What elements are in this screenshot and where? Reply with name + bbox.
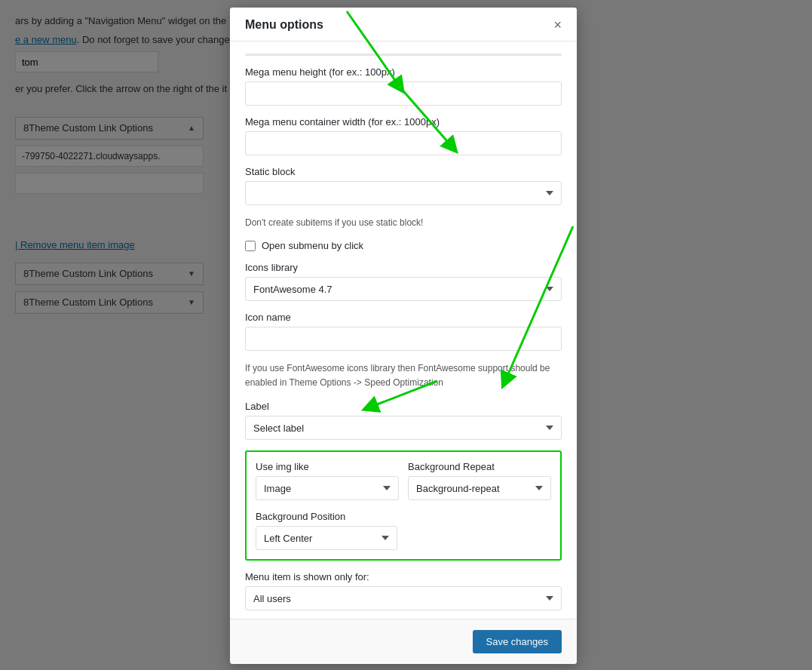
static-block-group: Static block bbox=[245, 166, 562, 205]
bg-repeat-label: Background Repeat bbox=[408, 461, 551, 472]
use-img-select[interactable]: Image Background bbox=[256, 476, 399, 500]
static-block-select[interactable] bbox=[245, 181, 562, 205]
icons-library-label: Icons library bbox=[245, 262, 562, 273]
bg-repeat-select[interactable]: Background-repeat no-repeat repeat repea… bbox=[408, 476, 551, 500]
img-repeat-row: Use img like Image Background Background… bbox=[256, 461, 551, 500]
modal-title: Menu options bbox=[245, 18, 323, 32]
image-settings-box: Use img like Image Background Background… bbox=[245, 450, 562, 561]
bg-repeat-col: Background Repeat Background-repeat no-r… bbox=[408, 461, 551, 500]
open-submenu-row: Open submenu by click bbox=[245, 240, 562, 251]
mega-height-group: Mega menu height (for ex.: 100px) bbox=[245, 66, 562, 106]
icons-library-select[interactable]: FontAwesome 4.7 FontAwesome 5 None bbox=[245, 277, 562, 301]
shown-for-select[interactable]: All users Logged in users Logged out use… bbox=[245, 586, 562, 610]
open-submenu-checkbox[interactable] bbox=[245, 241, 256, 251]
mega-width-input[interactable] bbox=[245, 131, 562, 155]
use-img-label: Use img like bbox=[256, 461, 399, 472]
icon-info-text: If you use FontAwesome icons library the… bbox=[245, 361, 562, 390]
modal-body: Mega menu height (for ex.: 100px) Mega m… bbox=[230, 41, 577, 619]
icons-library-group: Icons library FontAwesome 4.7 FontAwesom… bbox=[245, 262, 562, 301]
label-select[interactable]: Select label New Hot Sale bbox=[245, 416, 562, 440]
static-block-label: Static block bbox=[245, 166, 562, 177]
use-img-col: Use img like Image Background bbox=[256, 461, 399, 500]
close-button[interactable]: × bbox=[553, 18, 562, 32]
modal-header: Menu options × bbox=[230, 8, 577, 41]
mega-height-label: Mega menu height (for ex.: 100px) bbox=[245, 66, 562, 78]
label-field-label: Label bbox=[245, 401, 562, 412]
open-submenu-label[interactable]: Open submenu by click bbox=[262, 240, 363, 251]
shown-for-group: Menu item is shown only for: All users L… bbox=[245, 571, 562, 610]
bg-position-group: Background Position Left Center Left Top… bbox=[256, 511, 551, 550]
icon-name-label: Icon name bbox=[245, 312, 562, 323]
mega-height-input[interactable] bbox=[245, 81, 562, 106]
label-group: Label Select label New Hot Sale bbox=[245, 401, 562, 440]
mega-width-group: Mega menu container width (for ex.: 1000… bbox=[245, 116, 562, 155]
bg-position-select[interactable]: Left Center Left Top Left Bottom Right C… bbox=[256, 526, 397, 550]
menu-options-modal: Menu options × Mega menu height (for ex.… bbox=[230, 8, 577, 664]
shown-for-label: Menu item is shown only for: bbox=[245, 571, 562, 582]
icon-name-input[interactable] bbox=[245, 327, 562, 351]
static-block-notice: Don't create subitems if you use static … bbox=[245, 216, 562, 229]
top-divider bbox=[245, 54, 562, 56]
mega-width-label: Mega menu container width (for ex.: 1000… bbox=[245, 116, 562, 128]
bg-position-label: Background Position bbox=[256, 511, 551, 522]
icon-name-group: Icon name bbox=[245, 312, 562, 351]
save-changes-button[interactable]: Save changes bbox=[473, 630, 562, 653]
modal-footer: Save changes bbox=[230, 619, 577, 664]
